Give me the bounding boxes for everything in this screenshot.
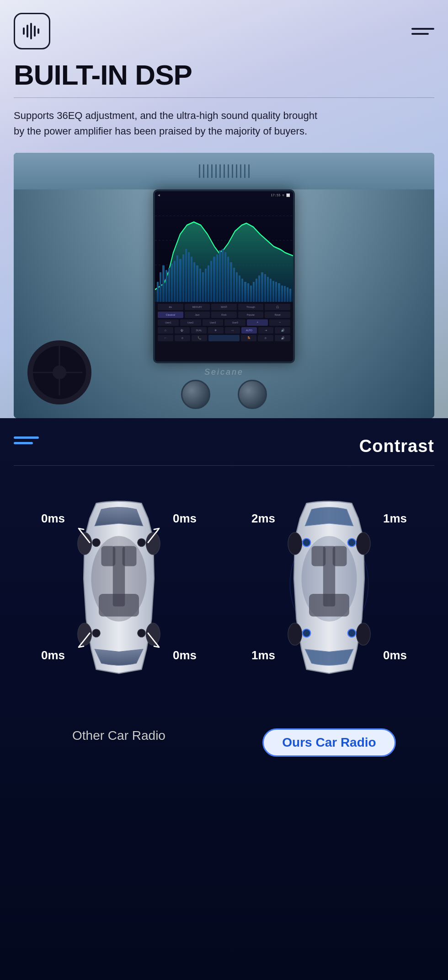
hero-description: Supports 36EQ adjustment, and the ultra-… [14,108,325,139]
eq-bar [179,259,181,302]
ctrl-call: 📞 [192,335,207,341]
ctrl-progress [208,335,240,341]
eq-bar [176,255,178,302]
contrast-title: Contrast [359,436,434,456]
vent-line [224,164,225,178]
vent-line [240,164,241,178]
logo-icon [20,19,44,43]
svg-rect-13 [113,546,125,607]
eq-bar [241,279,243,302]
eq-bar [165,270,167,302]
eq-bar [216,254,218,302]
eq-bar [210,261,212,302]
svg-rect-1 [27,25,28,38]
vent-line [248,164,250,178]
our-car-item: 2ms 1ms 1ms 0ms [229,489,430,757]
app-logo [14,13,50,49]
eq-bar [208,265,209,302]
eq-bar [205,269,207,302]
svg-point-36 [348,538,356,547]
vent-line [228,164,229,178]
ctrl-vol: 🔊 [275,327,290,334]
eq-bar [202,272,204,302]
eq-bar [199,269,201,302]
vent-line [215,164,217,178]
eq-display: ◀ 17:55 ≋ ⬜ [155,191,293,302]
ctrl-auto: AUTO [241,327,257,334]
our-delay-top-right: 1ms [383,512,407,526]
eq-bar [236,272,238,302]
dashboard-vents [14,153,434,189]
control-row-1: dts MDOLBY SRS® Through 🎧 [158,304,290,310]
ctrl-zero2: 0 [258,335,273,341]
eq-bar [219,250,221,302]
ctrl-through: Through [238,304,264,310]
svg-rect-0 [23,27,25,35]
screen-display: ◀ 17:55 ≋ ⬜ dts MDOLBY SRS® Through 🎧 [155,191,293,361]
ctrl-user5: User5 [224,319,245,326]
our-delay-top-left: 2ms [251,512,275,526]
eq-bar [162,265,164,302]
ctrl-srs: SRS® [211,304,237,310]
vent-line [207,164,208,178]
svg-point-38 [348,629,356,637]
ctrl-popular: Popular [238,312,264,318]
vent-line [211,164,213,178]
eq-bar [230,262,232,302]
svg-point-34 [356,623,370,645]
vent-line [219,164,221,178]
eq-bar [281,285,283,302]
eq-bar [272,281,274,302]
eq-bar [227,257,229,302]
svg-rect-30 [323,546,335,607]
ctrl-classical: Classical [158,312,183,318]
car-dashboard-image: ◀ 17:55 ≋ ⬜ dts MDOLBY SRS® Through 🎧 [14,153,434,418]
ctrl-ac: ~≈ [225,327,240,334]
left-knob [181,380,210,409]
eq-bar [182,254,184,302]
dashboard-bg: ◀ 17:55 ≋ ⬜ dts MDOLBY SRS® Through 🎧 [14,153,434,418]
eq-bar [239,275,240,302]
eq-bar [289,289,291,302]
vent-line [244,164,245,178]
ctrl-fan: ⇥ [258,327,274,334]
eq-bar [258,275,260,302]
steering-wheel [27,340,91,404]
ctrl-audio: 🎧 [265,304,290,310]
ctrl-minus: − [269,319,290,326]
eq-bar [213,257,215,302]
svg-point-35 [303,538,311,547]
ctrl-power: ⏻ [175,327,190,334]
eq-bar [157,282,159,302]
right-knob [238,380,267,409]
vent-line [236,164,237,178]
eq-bar [284,286,286,302]
ctrl-user2: User2 [180,319,201,326]
other-delay-top-right: 0ms [173,512,197,526]
our-car-svg [279,498,379,690]
other-car-svg [69,498,169,690]
svg-point-19 [138,538,146,547]
our-delay-bottom-left: 1ms [251,648,275,662]
eq-bar [224,252,226,302]
our-car-label: Ours Car Radio [262,728,395,757]
svg-point-31 [288,533,302,555]
ctrl-dts: dts [158,304,183,310]
control-row-2: Classical Jazz Rock Popular Reset [158,312,290,318]
ctrl-seat: 🪑 [241,335,256,341]
eq-bar [168,268,170,302]
eq-bar [196,265,198,302]
menu-icon[interactable] [411,28,434,35]
eq-bar [244,282,246,302]
vent-line [199,164,200,178]
eq-bars [155,236,293,302]
other-car-view: 0ms 0ms 0ms 0ms [46,489,192,717]
cars-comparison: 0ms 0ms 0ms 0ms [14,489,434,757]
eq-bar [171,264,173,302]
ctrl-dual: DUAL [191,327,207,334]
other-car-label: Other Car Radio [72,728,165,743]
svg-point-32 [356,533,370,555]
svg-point-37 [303,629,311,637]
eq-bar [287,287,288,302]
svg-point-33 [288,623,302,645]
